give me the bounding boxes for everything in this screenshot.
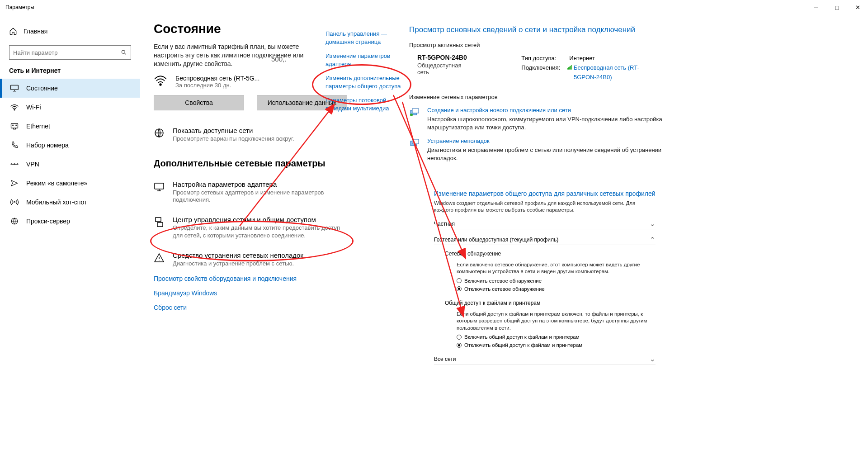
- signal-icon: [567, 63, 572, 69]
- window-title: Параметры: [5, 4, 34, 10]
- svg-point-0: [122, 50, 125, 53]
- nav-label: Состояние: [26, 85, 58, 92]
- svg-rect-12: [156, 218, 161, 222]
- svg-rect-17: [570, 66, 571, 70]
- show-networks[interactable]: Показать доступные сети Просмотрите вари…: [154, 127, 348, 143]
- section-heading: Дополнительные сетевые параметры: [154, 158, 398, 169]
- discovery-on-radio[interactable]: Включить сетевое обнаружение: [457, 278, 656, 284]
- nc-troubleshoot[interactable]: Устранение неполадок Диагностика и испра…: [409, 137, 662, 162]
- nav-airplane[interactable]: Режим «в самолете»: [0, 174, 140, 193]
- hotspot-icon: [10, 198, 19, 206]
- show-networks-title: Показать доступные сети: [173, 127, 294, 134]
- svg-rect-11: [155, 183, 164, 189]
- show-networks-sub: Просмотрите варианты подключения вокруг.: [173, 135, 294, 143]
- chevron-down-icon: ⌄: [650, 355, 656, 363]
- active-networks-label: Просмотр активных сетей: [409, 42, 480, 48]
- cp-home-link[interactable]: Панель управления — домашняя страница: [326, 30, 407, 46]
- network-subtitle: За последние 30 дн.: [175, 82, 259, 89]
- chevron-up-icon: ⌃: [650, 236, 656, 244]
- nav-label: Режим «в самолете»: [26, 180, 87, 187]
- nc-net-name: RT-5GPON-24B0: [417, 54, 467, 61]
- nav-hotspot[interactable]: Мобильный хот-спот: [0, 193, 140, 212]
- svg-rect-20: [412, 109, 419, 113]
- adapter-settings[interactable]: Настройка параметров адаптера Просмотр с…: [154, 180, 348, 204]
- allnets-expander[interactable]: Все сети ⌄: [434, 354, 656, 365]
- files-text: Если общий доступ к файлам и принтерам в…: [457, 311, 656, 332]
- window-controls: ─ ◻ ✕: [806, 0, 868, 14]
- discovery-text: Если включено сетевое обнаружение, этот …: [457, 261, 656, 275]
- nav-dialup[interactable]: Набор номера: [0, 136, 140, 155]
- radio-label: Отключить сетевое обнаружение: [464, 286, 545, 292]
- change-params-label: Изменение сетевых параметров: [409, 94, 498, 100]
- nc-title: Просмотр основных сведений о сети и наст…: [409, 25, 662, 34]
- hw-props-link[interactable]: Просмотр свойств оборудования и подключе…: [154, 275, 398, 282]
- svg-point-2: [14, 109, 15, 110]
- maximize-button[interactable]: ◻: [826, 0, 847, 14]
- svg-point-9: [160, 84, 161, 85]
- access-value: Интернет: [569, 55, 595, 62]
- files-heading: Общий доступ к файлам и принтерам: [445, 300, 656, 306]
- search-box[interactable]: [9, 45, 131, 60]
- home-link[interactable]: Главная: [0, 24, 140, 39]
- svg-rect-14: [567, 68, 568, 70]
- setup-connection[interactable]: Создание и настройка нового подключения …: [409, 107, 662, 131]
- firewall-link[interactable]: Брандмауэр Windows: [154, 289, 398, 297]
- adapter-sub: Просмотр сетевых адаптеров и изменение п…: [173, 189, 348, 204]
- radio-icon: [457, 335, 462, 340]
- troubleshoot-icon: [409, 137, 420, 148]
- network-center-icon: [154, 217, 165, 227]
- private-expander[interactable]: Частная ⌄: [434, 219, 656, 229]
- nav-proxy[interactable]: Прокси-сервер: [0, 212, 140, 231]
- nav-label: VPN: [26, 161, 39, 168]
- discovery-heading: Сетевое обнаружение: [445, 251, 656, 257]
- nav-label: Wi-Fi: [26, 104, 41, 111]
- nav-wifi[interactable]: Wi-Fi: [0, 98, 140, 117]
- warning-icon: [154, 252, 165, 263]
- phone-icon: [10, 141, 19, 149]
- reset-link[interactable]: Сброс сети: [154, 304, 398, 311]
- svg-point-21: [410, 114, 413, 116]
- nc-troubleshoot-desc: Диагностика и исправление проблем с сеть…: [427, 146, 662, 162]
- nav-category: Сеть и Интернет: [0, 67, 140, 79]
- svg-rect-13: [157, 223, 163, 227]
- search-input[interactable]: [13, 49, 121, 56]
- sharing-title: Изменение параметров общего доступа для …: [434, 190, 656, 197]
- close-button[interactable]: ✕: [847, 0, 868, 14]
- network-center[interactable]: Центр управления сетями и общим доступом…: [154, 216, 348, 240]
- status-icon: [10, 84, 19, 92]
- home-label: Главная: [24, 28, 47, 35]
- chevron-down-icon: ⌄: [650, 220, 656, 228]
- nav-label: Набор номера: [26, 142, 69, 149]
- sharing-desc: Windows создает отдельный сетевой профил…: [434, 200, 656, 213]
- minimize-button[interactable]: ─: [806, 0, 826, 14]
- setup-icon: [409, 107, 420, 118]
- troubleshoot-title: Средство устранения сетевых неполадок: [173, 251, 303, 259]
- svg-rect-18: [571, 65, 572, 70]
- setup-desc: Настройка широкополосного, коммутируемог…: [427, 115, 662, 131]
- nav-label: Прокси-сервер: [26, 218, 70, 225]
- svg-point-4: [11, 164, 12, 165]
- guest-expander[interactable]: Гостевая или общедоступная (текущий проф…: [434, 235, 656, 245]
- nav-vpn[interactable]: VPN: [0, 155, 140, 174]
- files-on-radio[interactable]: Включить общий доступ к файлам и принтер…: [457, 334, 656, 340]
- globe-icon: [154, 128, 165, 138]
- cp-adapter-link[interactable]: Изменение параметров адаптера: [326, 52, 407, 68]
- nav-status[interactable]: Состояние: [0, 79, 140, 98]
- cp-sidebar: Панель управления — домашняя страница Из…: [326, 30, 407, 118]
- cp-sharing-link[interactable]: Изменить дополнительные параметры общего…: [326, 74, 407, 90]
- conn-label: Подключения:: [521, 63, 560, 82]
- properties-button[interactable]: Свойства: [154, 95, 244, 110]
- files-off-radio[interactable]: Отключить общий доступ к файлам и принте…: [457, 342, 656, 348]
- network-center-sub: Определите, к каким данным вы хотите пре…: [173, 224, 348, 240]
- troubleshoot[interactable]: Средство устранения сетевых неполадок Ди…: [154, 251, 348, 268]
- wifi-icon: [10, 103, 19, 111]
- wifi-icon: [154, 75, 167, 88]
- cp-media-link[interactable]: Параметры потоковой передачи мультимедиа: [326, 96, 407, 112]
- conn-value[interactable]: Беспроводная сеть (RT-5GPON-24B0): [574, 63, 658, 82]
- setup-title: Создание и настройка нового подключения …: [427, 107, 662, 114]
- nav-label: Ethernet: [26, 123, 50, 130]
- discovery-off-radio[interactable]: Отключить сетевое обнаружение: [457, 286, 656, 292]
- nav-ethernet[interactable]: Ethernet: [0, 117, 140, 136]
- nc-net-type: Общедоступная сеть: [417, 62, 467, 76]
- radio-icon: [457, 286, 462, 291]
